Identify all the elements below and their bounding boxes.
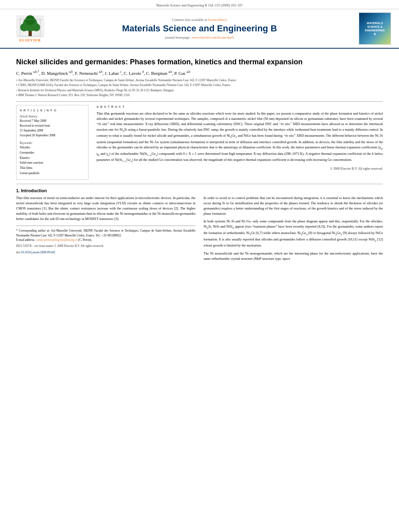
section-1-title: 1. Introduction	[16, 188, 383, 193]
affil-a-text: Aix-Marseille Université, IM2NP, Faculté…	[18, 78, 236, 82]
author-sup-a: a,b,	[33, 70, 37, 74]
svg-point-4	[32, 23, 40, 31]
author-star: *	[38, 70, 39, 74]
copyright-line: © 2008 Elsevier B.V. All rights reserved…	[97, 167, 383, 170]
journal-reference: Materials Science and Engineering B 154–…	[156, 3, 243, 7]
doi-link[interactable]: 10.1016/j.mseb.2008.09.042	[21, 251, 56, 254]
keyword-thin-films: Thin films	[20, 166, 85, 171]
abstract-col: A B S T R A C T Thin film germanide reac…	[97, 105, 383, 180]
elsevier-tree-icon	[16, 15, 44, 37]
affil-line-a: a Aix-Marseille Université, IM2NP, Facul…	[16, 78, 383, 82]
page: Materials Science and Engineering B 154–…	[0, 0, 399, 532]
svg-rect-1	[29, 31, 32, 36]
svg-point-3	[20, 23, 28, 31]
divider-2	[16, 184, 383, 184]
affiliations: a Aix-Marseille Université, IM2NP, Facul…	[16, 78, 383, 97]
main-content: Nickel silicides and germanides: Phases …	[0, 49, 399, 272]
keyword-linear-parabolic: Linear-parabolic	[20, 171, 85, 176]
body-col-right: In order to avoid or to control problems…	[204, 195, 383, 264]
author-sup-ab3: a,b	[169, 70, 172, 74]
author-sup-ab2: a,b	[99, 70, 103, 74]
keywords-section: Keywords: Silicides Germanides Kinetics …	[20, 141, 85, 176]
journal-header: ELSEVIER Contents lists available at Sci…	[0, 9, 399, 49]
intro-para-1: Thin film reactions of metal on semicond…	[16, 195, 195, 222]
header-center: Contents lists available at ScienceDirec…	[52, 18, 347, 39]
article-info-col: A R T I C L E I N F O Article history: R…	[16, 105, 88, 180]
received-date: Received 7 May 2008	[20, 119, 85, 123]
history-label: Article history:	[20, 115, 85, 118]
footnote-area: * Corresponding author at: Aix-Marseille…	[16, 226, 195, 255]
article-info-box: A R T I C L E I N F O Article history: R…	[16, 105, 88, 180]
sciencedirect-link[interactable]: ScienceDirect	[208, 18, 227, 22]
doi-line: doi:10.1016/j.mseb.2008.09.042	[16, 250, 195, 255]
elsevier-logo: ELSEVIER	[8, 15, 52, 42]
divider-1	[16, 101, 383, 102]
keyword-solid-state: Solid-state reaction	[20, 160, 85, 166]
affil-line-d: d IBM Thomas J. Watson Research Center, …	[16, 93, 383, 97]
journal-homepage-line: journal homepage: www.elsevier.com/locat…	[56, 35, 343, 39]
keywords-heading: Keywords:	[20, 141, 85, 145]
email-note: (C. Perrin).	[78, 238, 92, 242]
email-link[interactable]: carine.perrin-pellegrino@im2np.fr	[36, 238, 78, 242]
journal-cover-text: MATERIALSSCIENCE &ENGINEERINGB	[365, 21, 385, 36]
accepted-date: Accepted 26 September 2008	[20, 133, 85, 138]
body-col-left: Thin film reactions of metal on semicond…	[16, 195, 195, 264]
journal-homepage-link[interactable]: www.elsevier.com/locate/mseb	[191, 35, 234, 39]
svg-point-5	[25, 15, 35, 25]
info-abstract-section: A R T I C L E I N F O Article history: R…	[16, 105, 383, 180]
abstract-text: Thin film germanide reactions are often …	[97, 111, 383, 164]
abstract-section: A B S T R A C T Thin film germanide reac…	[97, 105, 383, 170]
sciencedirect-line: Contents lists available at ScienceDirec…	[56, 18, 343, 22]
revised-label: Received in revised form	[20, 123, 85, 128]
examined-word: examined	[355, 117, 368, 121]
article-info-heading: A R T I C L E I N F O	[20, 109, 85, 112]
journal-cover: MATERIALSSCIENCE &ENGINEERINGB	[359, 12, 391, 45]
body-two-col: Thin film reactions of metal on semicond…	[16, 195, 383, 264]
article-title: Nickel silicides and germanides: Phases …	[16, 58, 383, 67]
doi-label: doi:	[16, 251, 21, 254]
email-label: E-mail address:	[16, 238, 36, 242]
intro-para-2: In order to avoid or to control problems…	[204, 195, 383, 217]
keyword-silicides: Silicides	[20, 145, 85, 150]
affil-b-text: CNRS, IM2NP (UMR 6242), Faculté des Scie…	[18, 83, 230, 87]
journal-ref-bar: Materials Science and Engineering B 154–…	[0, 0, 399, 9]
author-sup-ab: a,b	[69, 70, 73, 74]
elsevier-label: ELSEVIER	[19, 38, 41, 42]
journal-title: Materials Science and Engineering B	[56, 23, 343, 34]
revised-date: 15 September 2008	[20, 128, 85, 133]
affil-c-text: Research Institute for Technical Physics…	[18, 88, 174, 92]
footnote-star: * Corresponding author at: Aix-Marseille…	[16, 228, 195, 238]
author-sup-ab4: a,b	[187, 70, 190, 74]
author-sup-c: c	[120, 70, 121, 74]
footnote-email: E-mail address: carine.perrin-pellegrino…	[16, 238, 195, 242]
journal-cover-container: MATERIALSSCIENCE &ENGINEERINGB	[347, 12, 391, 45]
intro-para-4: The Ni monosilicide and the Ni monogerma…	[204, 251, 383, 261]
keyword-kinetics: Kinetics	[20, 156, 85, 161]
issn-line: 0921-5107/$ – see front matter © 2008 El…	[16, 244, 195, 249]
affil-d-text: IBM Thomas J. Watson Research Center, P.…	[18, 93, 130, 97]
author-sup-d: d	[142, 70, 144, 74]
authors-line: C. Perrin a,b,*, D. Mangelinck a,b, F. N…	[16, 70, 383, 76]
intro-para-3: In both systems Ni–Si and Ni–Ge, only so…	[204, 219, 383, 248]
keyword-germanides: Germanides	[20, 150, 85, 156]
abstract-heading: A B S T R A C T	[97, 105, 383, 109]
affil-line-c: c Research Institute for Technical Physi…	[16, 88, 383, 92]
affil-line-b: b CNRS, IM2NP (UMR 6242), Faculté des Sc…	[16, 83, 383, 87]
elsevier-logo-container: ELSEVIER	[8, 15, 52, 42]
